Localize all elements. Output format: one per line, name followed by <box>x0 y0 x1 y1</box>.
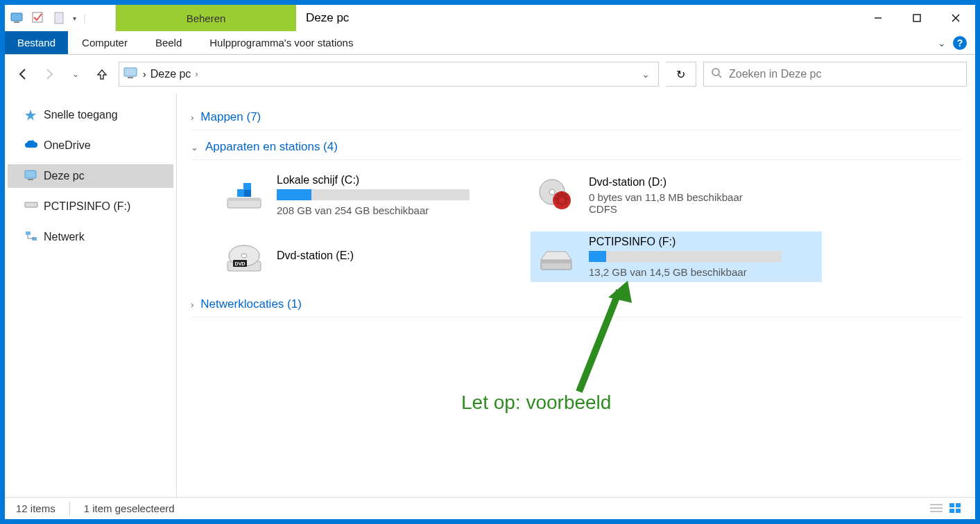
section-label: Apparaten en stations (4) <box>205 140 338 154</box>
section-label: Netwerklocaties (1) <box>200 297 302 311</box>
sidebar-item-label: PCTIPSINFO (F:) <box>44 200 130 213</box>
tab-computer[interactable]: Computer <box>68 31 141 54</box>
title-bar: ▾ | Beheren Deze pc <box>5 5 975 31</box>
chevron-right-icon[interactable]: › <box>143 69 146 80</box>
computer-icon <box>123 67 139 82</box>
svg-rect-14 <box>25 202 37 207</box>
dvd-drive-icon: DVD <box>224 238 264 276</box>
tab-drive-tools[interactable]: Hulpprogramma's voor stations <box>196 31 367 54</box>
usb-drive-icon <box>536 238 576 276</box>
svg-line-11 <box>719 75 721 78</box>
drive-usage-bar <box>589 251 782 262</box>
status-item-count: 12 items <box>16 503 55 514</box>
chevron-right-icon: › <box>191 299 194 310</box>
explorer-window: ▾ | Beheren Deze pc Bestand Computer Bee… <box>4 4 976 520</box>
svg-rect-13 <box>28 179 33 180</box>
address-dropdown-icon[interactable]: ⌄ <box>637 69 654 80</box>
context-tab-header: Beheren <box>116 5 296 31</box>
hard-disk-icon <box>224 177 264 214</box>
help-icon[interactable]: ? <box>953 36 967 50</box>
chevron-right-icon: › <box>191 112 194 123</box>
drive-item-f[interactable]: PCTIPSINFO (F:) 13,2 GB van 14,5 GB besc… <box>531 232 822 282</box>
svg-rect-45 <box>956 509 961 513</box>
svg-rect-21 <box>227 198 261 201</box>
status-separator <box>69 503 70 515</box>
svg-point-30 <box>559 198 565 203</box>
drive-name: PCTIPSINFO (F:) <box>589 236 816 248</box>
minimize-button[interactable] <box>859 5 897 31</box>
svg-rect-24 <box>244 183 251 189</box>
close-button[interactable] <box>936 5 975 31</box>
maximize-button[interactable] <box>897 5 936 31</box>
drive-usage-bar <box>277 189 470 200</box>
drive-name: Dvd-station (E:) <box>277 250 504 262</box>
ribbon-tabs: Bestand Computer Beeld Hulpprogramma's v… <box>5 31 975 55</box>
annotation-arrow <box>565 281 635 399</box>
tab-view[interactable]: Beeld <box>141 31 196 54</box>
nav-sidebar: Snelle toegang OneDrive Deze pc <box>5 94 177 497</box>
sidebar-item-label: OneDrive <box>44 139 91 152</box>
svg-rect-43 <box>956 503 961 507</box>
search-icon <box>711 67 722 81</box>
computer-icon <box>24 170 38 182</box>
up-button[interactable] <box>92 64 112 84</box>
sidebar-item-label: Deze pc <box>44 170 85 182</box>
section-label: Mappen (7) <box>200 110 261 124</box>
forward-button[interactable] <box>40 64 59 84</box>
sidebar-item-this-pc[interactable]: Deze pc <box>8 164 173 188</box>
thumbnails-view-button[interactable] <box>949 503 964 515</box>
drive-free-space: 0 bytes van 11,8 MB beschikbaar <box>589 191 816 203</box>
recent-dropdown-icon[interactable]: ⌄ <box>66 64 85 84</box>
refresh-button[interactable]: ↻ <box>666 62 696 87</box>
svg-rect-26 <box>244 190 251 197</box>
sidebar-item-quick-access[interactable]: Snelle toegang <box>8 103 173 127</box>
computer-icon <box>10 11 24 25</box>
body: Snelle toegang OneDrive Deze pc <box>5 94 975 497</box>
svg-rect-1 <box>14 21 19 23</box>
sidebar-item-usb-drive[interactable]: PCTIPSINFO (F:) <box>8 195 173 218</box>
svg-rect-37 <box>541 260 571 263</box>
content-pane: › Mappen (7) ⌄ Apparaten en stations (4) <box>177 94 975 497</box>
svg-rect-5 <box>913 15 920 21</box>
sidebar-item-onedrive[interactable]: OneDrive <box>8 134 173 157</box>
svg-point-33 <box>241 254 247 258</box>
breadcrumb-this-pc[interactable]: Deze pc › <box>151 68 198 80</box>
sidebar-item-label: Snelle toegang <box>44 109 118 121</box>
nav-row: ⌄ › Deze pc › ⌄ ↻ Zoeken in Deze pc <box>5 55 975 94</box>
drives-grid: Lokale schijf (C:) 208 GB van 254 GB bes… <box>191 164 961 292</box>
search-placeholder: Zoeken in Deze pc <box>729 68 821 80</box>
dvd-gear-icon <box>536 177 576 214</box>
svg-point-28 <box>549 189 555 195</box>
drive-filesystem: CDFS <box>589 203 816 215</box>
sidebar-item-network[interactable]: Netwerk <box>8 225 173 249</box>
svg-rect-44 <box>949 509 954 513</box>
drive-name: Dvd-station (D:) <box>589 176 816 189</box>
chevron-down-icon: ⌄ <box>191 142 198 152</box>
back-button[interactable] <box>13 64 33 84</box>
qat-dropdown-icon[interactable]: ▾ <box>73 15 76 22</box>
svg-rect-8 <box>124 68 137 76</box>
tab-file[interactable]: Bestand <box>5 31 68 54</box>
annotation-text: Let op: voorbeeld <box>461 392 611 414</box>
svg-rect-42 <box>949 503 954 507</box>
drive-item-e[interactable]: DVD Dvd-station (E:) <box>218 232 510 282</box>
document-icon[interactable] <box>52 11 66 25</box>
svg-point-10 <box>712 69 719 76</box>
drive-item-c[interactable]: Lokale schijf (C:) 208 GB van 254 GB bes… <box>218 170 510 220</box>
svg-rect-23 <box>237 183 243 189</box>
status-selected-count: 1 item geselecteerd <box>84 503 175 514</box>
details-view-button[interactable] <box>929 503 945 515</box>
ribbon-collapse-icon[interactable]: ⌄ <box>938 37 946 49</box>
section-devices[interactable]: ⌄ Apparaten en stations (4) <box>191 134 961 160</box>
svg-rect-0 <box>11 13 22 21</box>
chevron-right-icon[interactable]: › <box>195 69 198 79</box>
svg-rect-12 <box>25 171 36 178</box>
section-folders[interactable]: › Mappen (7) <box>191 105 961 130</box>
address-bar[interactable]: › Deze pc › ⌄ <box>119 62 659 87</box>
drive-free-space: 13,2 GB van 14,5 GB beschikbaar <box>589 266 816 278</box>
drive-name: Lokale schijf (C:) <box>277 174 504 186</box>
checkbox-icon[interactable] <box>31 11 45 25</box>
search-input[interactable]: Zoeken in Deze pc <box>703 62 967 87</box>
cloud-icon <box>24 139 38 152</box>
drive-item-d[interactable]: Dvd-station (D:) 0 bytes van 11,8 MB bes… <box>531 170 822 220</box>
